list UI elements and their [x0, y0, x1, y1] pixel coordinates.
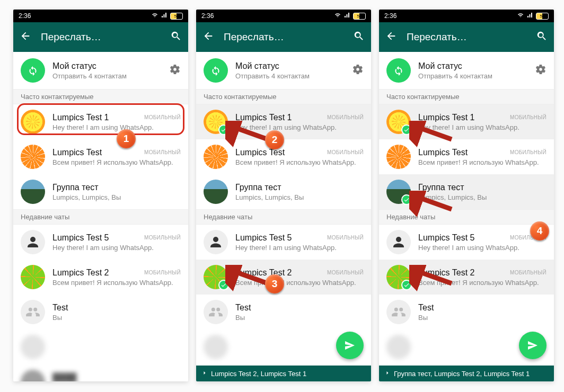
my-status-row[interactable]: Мой статус Отправить 4 контактам — [13, 52, 188, 89]
contact-avatar — [21, 335, 45, 359]
selected-footer-bar: Lumpics Test 2, Lumpics Test 1 — [196, 366, 371, 381]
app-bar: Переслать… — [379, 22, 554, 52]
contact-avatar — [21, 370, 45, 381]
contact-tag: МОБИЛЬНЫЙ — [327, 235, 364, 240]
status-bar: 2:36 52 — [196, 10, 371, 22]
my-status-row[interactable]: Мой статус Отправить 4 контактам — [196, 52, 371, 89]
contact-row-lumpics5[interactable]: Lumpics Test 5МОБИЛЬНЫЙ Hey there! I am … — [379, 225, 554, 260]
contact-avatar — [204, 230, 228, 254]
contact-row-lumpics[interactable]: Lumpics TestМОБИЛЬНЫЙ Всем привет! Я исп… — [196, 139, 371, 174]
search-icon[interactable] — [536, 30, 548, 44]
my-status-subtitle: Отправить 4 контактам — [52, 72, 169, 80]
contact-name: Группа тест — [418, 183, 464, 192]
contact-row-lumpics1[interactable]: Lumpics Test 1МОБИЛЬНЫЙ Hey there! I am … — [196, 104, 371, 139]
contact-avatar — [386, 145, 411, 169]
status-avatar-icon — [21, 58, 45, 83]
contact-tag: МОБИЛЬНЫЙ — [144, 235, 181, 240]
contact-avatar — [21, 265, 45, 289]
section-header-recent: Недавние чаты — [13, 209, 188, 225]
contact-row-group[interactable]: Группа тест Lumpics, Lumpics, Вы — [196, 174, 371, 209]
contact-name: Test — [235, 303, 251, 313]
signal-icon — [161, 12, 168, 20]
back-icon[interactable] — [20, 30, 31, 44]
my-status-title: Мой статус — [235, 61, 352, 71]
back-icon[interactable] — [202, 30, 214, 44]
contact-status: Hey there! I am using WhatsApp. — [418, 123, 547, 131]
section-header-frequent: Часто контактируемые — [379, 89, 554, 104]
contact-avatar — [21, 300, 45, 324]
contact-row-blurred — [13, 329, 188, 364]
contact-avatar — [204, 180, 228, 204]
wifi-icon — [517, 12, 524, 20]
section-header-frequent: Часто контактируемые — [13, 89, 188, 104]
contact-status: Всем привет! Я использую WhatsApp. — [52, 279, 181, 287]
contact-avatar — [386, 230, 411, 254]
my-status-title: Мой статус — [418, 61, 535, 71]
section-header-recent: Недавние чаты — [196, 209, 371, 225]
contact-tag: МОБИЛЬНЫЙ — [510, 114, 547, 120]
selected-footer-text: Группа тест, Lumpics Test 2, Lumpics Tes… — [394, 370, 530, 378]
contact-row-lumpics5[interactable]: Lumpics Test 5МОБИЛЬНЫЙ Hey there! I am … — [13, 225, 188, 260]
gear-icon[interactable] — [352, 64, 364, 77]
contact-tag: МОБИЛЬНЫЙ — [144, 149, 181, 155]
contact-status: Lumpics, Lumpics, Вы — [52, 193, 181, 201]
send-fab[interactable] — [336, 332, 364, 359]
gear-icon[interactable] — [169, 64, 181, 77]
phone-panel-2: 2:36 52 Переслать… Мой статус Отправить … — [196, 10, 371, 381]
search-icon[interactable] — [170, 30, 182, 44]
selected-check-icon — [401, 280, 412, 290]
contact-status: Вы — [52, 314, 181, 322]
contact-name: Test — [418, 303, 434, 313]
my-status-subtitle: Отправить 4 контактам — [235, 72, 352, 80]
contact-name: Test — [52, 303, 68, 313]
contact-tag: МОБИЛЬНЫЙ — [144, 270, 181, 275]
battery-icon: 52 — [536, 13, 549, 20]
contact-row-test[interactable]: Test Вы — [196, 295, 371, 329]
contact-row-group[interactable]: Группа тест Lumpics, Lumpics, Вы — [379, 174, 554, 209]
my-status-row[interactable]: Мой статус Отправить 4 контактам — [379, 52, 554, 89]
contact-name: Lumpics Test 5 — [52, 233, 109, 243]
contact-row-lumpics1[interactable]: Lumpics Test 1МОБИЛЬНЫЙ Hey there! I am … — [13, 104, 188, 139]
contact-status: Hey there! I am using WhatsApp. — [235, 123, 364, 131]
contact-status: Hey there! I am using WhatsApp. — [235, 244, 364, 252]
contact-status: Hey there! I am using WhatsApp. — [52, 244, 181, 252]
contact-row-group[interactable]: Группа тест Lumpics, Lumpics, Вы — [13, 174, 188, 209]
status-avatar-icon — [204, 58, 228, 83]
contact-status: Вы — [418, 314, 547, 322]
selected-check-icon — [218, 124, 229, 135]
wifi-icon — [151, 12, 158, 20]
send-fab[interactable] — [519, 332, 547, 359]
contact-avatar — [21, 110, 45, 134]
selected-footer-bar: Группа тест, Lumpics Test 2, Lumpics Tes… — [379, 366, 554, 381]
search-icon[interactable] — [353, 30, 365, 44]
contact-name: Lumpics Test 1 — [418, 113, 474, 122]
contact-row-lumpics1[interactable]: Lumpics Test 1МОБИЛЬНЫЙ Hey there! I am … — [379, 104, 554, 139]
contact-avatar — [204, 145, 228, 169]
selected-check-icon — [401, 124, 412, 135]
contact-row-lumpics2[interactable]: Lumpics Test 2МОБИЛЬНЫЙ Всем привет! Я и… — [13, 260, 188, 295]
section-header-frequent: Часто контактируемые — [196, 89, 371, 104]
contact-status: Вы — [235, 314, 364, 322]
chevron-right-icon — [384, 370, 391, 378]
contact-avatar — [386, 300, 411, 324]
contact-status: Всем привет! Я использую WhatsApp. — [418, 279, 547, 287]
signal-icon — [526, 12, 534, 20]
contact-status: Hey there! I am using WhatsApp. — [418, 244, 547, 252]
contact-status: Всем привет! Я использую WhatsApp. — [235, 279, 364, 287]
contact-row-test[interactable]: Test Вы — [13, 295, 188, 329]
contact-row-lumpics[interactable]: Lumpics TestМОБИЛЬНЫЙ Всем привет! Я исп… — [13, 139, 188, 174]
contact-row-lumpics[interactable]: Lumpics TestМОБИЛЬНЫЙ Всем привет! Я исп… — [379, 139, 554, 174]
wifi-icon — [334, 12, 341, 20]
gear-icon[interactable] — [535, 64, 547, 77]
contact-row-lumpics5[interactable]: Lumpics Test 5МОБИЛЬНЫЙ Hey there! I am … — [196, 225, 371, 260]
contact-row-test[interactable]: Test Вы — [379, 295, 554, 329]
contact-row-lumpics2[interactable]: Lumpics Test 2МОБИЛЬНЫЙ Всем привет! Я и… — [196, 260, 371, 295]
contact-status: Lumpics, Lumpics, Вы — [418, 193, 547, 201]
status-bar: 2:36 52 — [13, 10, 188, 22]
contact-tag: МОБИЛЬНЫЙ — [510, 149, 547, 155]
contact-row-lumpics2[interactable]: Lumpics Test 2МОБИЛЬНЫЙ Всем привет! Я и… — [379, 260, 554, 295]
back-icon[interactable] — [385, 30, 397, 44]
status-bar: 2:36 52 — [379, 10, 554, 22]
contact-tag: МОБИЛЬНЫЙ — [327, 149, 364, 155]
contact-tag: МОБИЛЬНЫЙ — [327, 270, 364, 275]
